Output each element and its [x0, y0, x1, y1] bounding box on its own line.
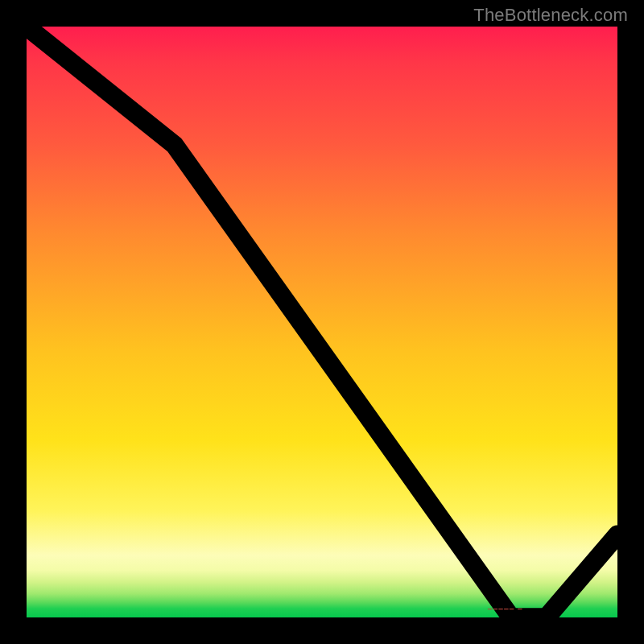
- attribution-text: TheBottleneck.com: [473, 5, 628, 26]
- plot-area: [27, 27, 617, 617]
- chart-frame: TheBottleneck.com ––––– –: [0, 0, 644, 644]
